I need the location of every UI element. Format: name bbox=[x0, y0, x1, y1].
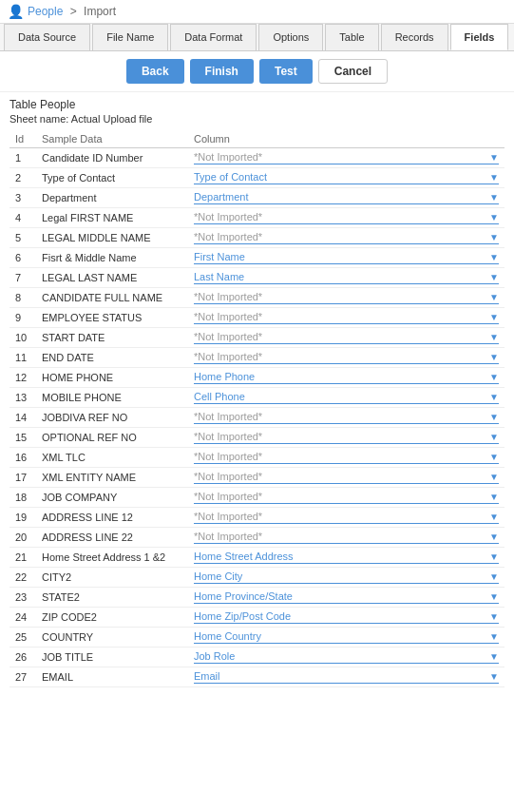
dropdown-arrow-icon[interactable]: ▼ bbox=[489, 532, 499, 542]
row-column[interactable]: Home Phone▼ bbox=[188, 368, 504, 388]
row-column[interactable]: *Not Imported*▼ bbox=[188, 508, 504, 528]
row-column[interactable]: *Not Imported*▼ bbox=[188, 428, 504, 448]
row-column[interactable]: *Not Imported*▼ bbox=[188, 348, 504, 368]
row-column[interactable]: Home Country▼ bbox=[188, 628, 504, 648]
row-sample: Department bbox=[36, 188, 188, 208]
tab-file-name[interactable]: File Name bbox=[92, 24, 168, 50]
row-id: 18 bbox=[10, 488, 36, 508]
breadcrumb-separator: > bbox=[70, 5, 77, 18]
back-button[interactable]: Back bbox=[126, 59, 184, 84]
row-column[interactable]: Job Role▼ bbox=[188, 648, 504, 667]
col-header-id: Id bbox=[10, 130, 36, 148]
row-sample: EMPLOYEE STATUS bbox=[36, 308, 188, 328]
table-row: 17XML ENTITY NAME*Not Imported*▼ bbox=[10, 468, 504, 488]
row-column[interactable]: *Not Imported*▼ bbox=[188, 528, 504, 548]
row-id: 4 bbox=[10, 208, 36, 228]
row-column[interactable]: Department▼ bbox=[188, 188, 504, 208]
dropdown-arrow-icon[interactable]: ▼ bbox=[489, 372, 499, 382]
tab-fields[interactable]: Fields bbox=[450, 24, 509, 50]
dropdown-arrow-icon[interactable]: ▼ bbox=[489, 472, 499, 482]
row-column[interactable]: *Not Imported*▼ bbox=[188, 448, 504, 468]
table-title: Table People bbox=[10, 98, 504, 111]
dropdown-arrow-icon[interactable]: ▼ bbox=[489, 252, 499, 262]
header: 👤 People > Import bbox=[0, 0, 514, 24]
row-id: 5 bbox=[10, 228, 36, 248]
dropdown-arrow-icon[interactable]: ▼ bbox=[489, 631, 499, 642]
tab-data-format[interactable]: Data Format bbox=[170, 24, 257, 50]
tab-table[interactable]: Table bbox=[325, 24, 378, 50]
row-sample: JOB COMPANY bbox=[36, 488, 188, 508]
dropdown-arrow-icon[interactable]: ▼ bbox=[489, 412, 499, 422]
tab-bar: Data SourceFile NameData FormatOptionsTa… bbox=[0, 24, 514, 51]
person-icon: 👤 bbox=[8, 4, 24, 19]
row-column[interactable]: *Not Imported*▼ bbox=[188, 468, 504, 488]
dropdown-arrow-icon[interactable]: ▼ bbox=[489, 452, 499, 462]
dropdown-arrow-icon[interactable]: ▼ bbox=[489, 292, 499, 302]
dropdown-arrow-icon[interactable]: ▼ bbox=[489, 512, 499, 522]
col-header-column: Column bbox=[188, 130, 504, 148]
dropdown-arrow-icon[interactable]: ▼ bbox=[489, 312, 499, 322]
row-id: 9 bbox=[10, 308, 36, 328]
dropdown-arrow-icon[interactable]: ▼ bbox=[489, 392, 499, 402]
dropdown-arrow-icon[interactable]: ▼ bbox=[489, 492, 499, 502]
row-column[interactable]: *Not Imported*▼ bbox=[188, 488, 504, 508]
dropdown-arrow-icon[interactable]: ▼ bbox=[489, 232, 499, 242]
dropdown-arrow-icon[interactable]: ▼ bbox=[489, 432, 499, 442]
row-column[interactable]: *Not Imported*▼ bbox=[188, 148, 504, 168]
row-column[interactable]: *Not Imported*▼ bbox=[188, 308, 504, 328]
table-row: 22CITY2Home City▼ bbox=[10, 568, 504, 588]
dropdown-arrow-icon[interactable]: ▼ bbox=[489, 591, 499, 602]
row-column[interactable]: Home City▼ bbox=[188, 568, 504, 588]
dropdown-arrow-icon[interactable]: ▼ bbox=[489, 332, 499, 342]
row-column[interactable]: Home Zip/Post Code▼ bbox=[188, 608, 504, 628]
table-row: 24ZIP CODE2Home Zip/Post Code▼ bbox=[10, 608, 504, 628]
table-row: 16XML TLC*Not Imported*▼ bbox=[10, 448, 504, 468]
dropdown-arrow-icon[interactable]: ▼ bbox=[489, 571, 499, 582]
row-column[interactable]: *Not Imported*▼ bbox=[188, 328, 504, 348]
breadcrumb-people[interactable]: People bbox=[28, 5, 63, 18]
row-column[interactable]: First Name▼ bbox=[188, 248, 504, 268]
dropdown-arrow-icon[interactable]: ▼ bbox=[489, 192, 499, 203]
dropdown-arrow-icon[interactable]: ▼ bbox=[489, 272, 499, 282]
row-id: 7 bbox=[10, 268, 36, 288]
test-button[interactable]: Test bbox=[259, 59, 313, 84]
row-id: 27 bbox=[10, 667, 36, 687]
dropdown-arrow-icon[interactable]: ▼ bbox=[489, 671, 499, 682]
finish-button[interactable]: Finish bbox=[190, 59, 254, 84]
table-row: 26JOB TITLEJob Role▼ bbox=[10, 648, 504, 667]
table-row: 10START DATE*Not Imported*▼ bbox=[10, 328, 504, 348]
cancel-button[interactable]: Cancel bbox=[318, 59, 388, 84]
dropdown-arrow-icon[interactable]: ▼ bbox=[489, 352, 499, 362]
row-sample: START DATE bbox=[36, 328, 188, 348]
row-sample: END DATE bbox=[36, 348, 188, 368]
row-column[interactable]: Email▼ bbox=[188, 667, 504, 687]
row-column[interactable]: *Not Imported*▼ bbox=[188, 288, 504, 308]
row-sample: CITY2 bbox=[36, 568, 188, 588]
row-sample: Fisrt & Middle Name bbox=[36, 248, 188, 268]
row-column[interactable]: *Not Imported*▼ bbox=[188, 228, 504, 248]
row-sample: STATE2 bbox=[36, 588, 188, 608]
table-row: 13MOBILE PHONECell Phone▼ bbox=[10, 388, 504, 408]
row-column[interactable]: Type of Contact▼ bbox=[188, 168, 504, 188]
table-row: 21Home Street Address 1 &2Home Street Ad… bbox=[10, 548, 504, 568]
table-row: 14JOBDIVA REF NO*Not Imported*▼ bbox=[10, 408, 504, 428]
dropdown-arrow-icon[interactable]: ▼ bbox=[489, 152, 499, 163]
dropdown-arrow-icon[interactable]: ▼ bbox=[489, 551, 499, 562]
breadcrumb: People > Import bbox=[28, 5, 116, 18]
row-column[interactable]: Home Street Address▼ bbox=[188, 548, 504, 568]
fields-table: Id Sample Data Column 1Candidate ID Numb… bbox=[10, 130, 504, 687]
tab-options[interactable]: Options bbox=[258, 24, 323, 50]
dropdown-arrow-icon[interactable]: ▼ bbox=[489, 611, 499, 622]
row-column[interactable]: Last Name▼ bbox=[188, 268, 504, 288]
dropdown-arrow-icon[interactable]: ▼ bbox=[489, 651, 499, 662]
row-id: 23 bbox=[10, 588, 36, 608]
row-column[interactable]: *Not Imported*▼ bbox=[188, 408, 504, 428]
dropdown-arrow-icon[interactable]: ▼ bbox=[489, 212, 499, 222]
row-column[interactable]: Cell Phone▼ bbox=[188, 388, 504, 408]
row-id: 17 bbox=[10, 468, 36, 488]
tab-records[interactable]: Records bbox=[381, 24, 448, 50]
row-column[interactable]: *Not Imported*▼ bbox=[188, 208, 504, 228]
tab-data-source[interactable]: Data Source bbox=[4, 24, 90, 50]
dropdown-arrow-icon[interactable]: ▼ bbox=[489, 172, 499, 183]
row-column[interactable]: Home Province/State▼ bbox=[188, 588, 504, 608]
